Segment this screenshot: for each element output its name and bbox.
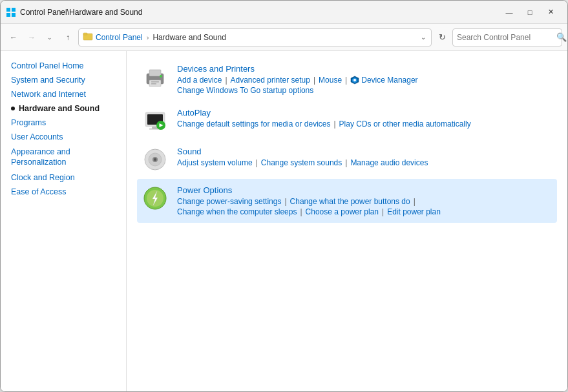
close-button[interactable]: ✕ <box>542 6 560 19</box>
autoplay-icon <box>142 108 168 134</box>
choose-power-plan-link[interactable]: Choose a power plan <box>306 207 379 216</box>
sidebar-item-programs[interactable]: Programs <box>1 116 126 130</box>
devices-icon <box>142 64 168 90</box>
sidebar-item-system[interactable]: System and Security <box>1 73 126 87</box>
manage-audio-link[interactable]: Manage audio devices <box>350 158 428 167</box>
power-title[interactable]: Power Options <box>177 185 232 195</box>
active-bullet <box>11 107 15 110</box>
svg-point-14 <box>353 79 356 81</box>
search-button[interactable]: 🔍 <box>556 32 567 42</box>
address-control-panel[interactable]: Control Panel <box>96 33 143 42</box>
svg-rect-1 <box>12 8 16 12</box>
change-sounds-link[interactable]: Change system sounds <box>261 158 342 167</box>
autoplay-section: AutoPlay Change default settings for med… <box>137 101 557 140</box>
toolbar: ← → ⌄ ↑ Control Panel › Hardware and Sou… <box>1 24 567 51</box>
titlebar-controls: — □ ✕ <box>500 6 560 19</box>
change-default-settings-link[interactable]: Change default settings for media or dev… <box>177 119 330 129</box>
svg-rect-5 <box>83 33 87 35</box>
sound-links-row1: Adjust system volume | Change system sou… <box>177 158 552 167</box>
back-button[interactable]: ← <box>6 30 21 45</box>
sep10: | <box>382 207 384 216</box>
address-folder-icon <box>83 31 93 43</box>
sidebar-hardware-label: Hardware and Sound <box>19 104 100 113</box>
svg-rect-0 <box>6 8 10 12</box>
svg-rect-2 <box>6 13 10 17</box>
power-links-row2: Change when the computer sleeps | Choose… <box>177 207 552 216</box>
adjust-volume-link[interactable]: Adjust system volume <box>177 158 253 167</box>
dropdown-button[interactable]: ⌄ <box>42 30 58 45</box>
search-box: 🔍 <box>452 28 562 46</box>
sidebar-item-clock[interactable]: Clock and Region <box>1 170 126 185</box>
search-input[interactable] <box>457 33 554 42</box>
sidebar-home-label: Control Panel Home <box>11 61 84 70</box>
address-separator-1: › <box>147 34 149 41</box>
sound-content: Sound Adjust system volume | Change syst… <box>177 147 552 169</box>
sidebar-item-ease[interactable]: Ease of Access <box>1 185 126 199</box>
svg-point-24 <box>154 158 156 161</box>
sidebar-appearance-label: Appearance and Personalization <box>11 147 116 168</box>
sound-title[interactable]: Sound <box>177 147 202 156</box>
sep6: | <box>345 158 347 167</box>
devices-content: Devices and Printers Add a device | Adva… <box>177 64 552 95</box>
sidebar-item-hardware: Hardware and Sound <box>1 101 126 116</box>
sound-section: Sound Adjust system volume | Change syst… <box>137 140 557 179</box>
sidebar-clock-label: Clock and Region <box>11 173 75 182</box>
sidebar-system-label: System and Security <box>11 76 85 85</box>
sep4: | <box>333 119 335 129</box>
devices-section: Devices and Printers Add a device | Adva… <box>137 57 557 101</box>
titlebar-title: Control Panel\Hardware and Sound <box>20 8 142 17</box>
device-manager-link[interactable]: Device Manager <box>361 76 417 85</box>
autoplay-content: AutoPlay Change default settings for med… <box>177 108 552 130</box>
sidebar-item-network[interactable]: Network and Internet <box>1 87 126 101</box>
power-content: Power Options Change power-saving settin… <box>177 185 552 216</box>
minimize-button[interactable]: — <box>500 6 518 19</box>
play-cds-link[interactable]: Play CDs or other media automatically <box>339 119 471 129</box>
svg-rect-9 <box>151 81 159 83</box>
window-icon <box>6 7 16 17</box>
svg-rect-3 <box>12 13 16 17</box>
sep2: | <box>313 76 315 85</box>
titlebar: Control Panel\Hardware and Sound — □ ✕ <box>1 1 567 24</box>
content-area: Control Panel Home System and Security N… <box>1 51 567 391</box>
mouse-link[interactable]: Mouse <box>319 76 342 85</box>
svg-point-11 <box>160 75 162 77</box>
advanced-printer-link[interactable]: Advanced printer setup <box>231 76 310 85</box>
sidebar-item-home[interactable]: Control Panel Home <box>1 59 126 73</box>
sep7: | <box>284 197 286 206</box>
sound-icon <box>142 147 168 172</box>
devices-title[interactable]: Devices and Printers <box>177 64 255 74</box>
power-icon <box>142 185 168 211</box>
sep3: | <box>345 76 347 85</box>
sidebar-programs-label: Programs <box>11 118 46 127</box>
sidebar-accounts-label: User Accounts <box>11 132 63 141</box>
power-buttons-link[interactable]: Change what the power buttons do <box>290 197 410 206</box>
maximize-button[interactable]: □ <box>521 6 539 19</box>
sep5: | <box>256 158 258 167</box>
main-panel: Devices and Printers Add a device | Adva… <box>127 51 567 391</box>
svg-rect-7 <box>149 70 161 76</box>
windows-to-go-link[interactable]: Change Windows To Go startup options <box>177 86 313 95</box>
address-bar: Control Panel › Hardware and Sound ⌄ <box>78 28 432 46</box>
main-window: Control Panel\Hardware and Sound — □ ✕ ←… <box>0 0 568 392</box>
devices-links-row2: Change Windows To Go startup options <box>177 86 552 95</box>
autoplay-title[interactable]: AutoPlay <box>177 108 211 118</box>
add-device-link[interactable]: Add a device <box>177 76 222 85</box>
sidebar-network-label: Network and Internet <box>11 90 86 99</box>
sidebar-item-appearance[interactable]: Appearance and Personalization <box>1 144 126 170</box>
power-saving-link[interactable]: Change power-saving settings <box>177 197 281 206</box>
svg-rect-10 <box>151 83 156 85</box>
forward-button[interactable]: → <box>24 30 39 45</box>
sidebar-ease-label: Ease of Access <box>11 187 66 196</box>
computer-sleeps-link[interactable]: Change when the computer sleeps <box>177 207 297 216</box>
address-dropdown-button[interactable]: ⌄ <box>419 34 427 41</box>
devices-links-row1: Add a device | Advanced printer setup | … <box>177 76 552 85</box>
edit-power-plan-link[interactable]: Edit power plan <box>387 207 441 216</box>
up-button[interactable]: ↑ <box>60 30 76 45</box>
refresh-button[interactable]: ↻ <box>434 30 450 45</box>
power-links-row1: Change power-saving settings | Change wh… <box>177 197 552 206</box>
titlebar-left: Control Panel\Hardware and Sound <box>6 7 142 17</box>
sidebar: Control Panel Home System and Security N… <box>1 51 127 391</box>
sep9: | <box>300 207 302 216</box>
autoplay-links-row1: Change default settings for media or dev… <box>177 119 552 129</box>
sidebar-item-accounts[interactable]: User Accounts <box>1 130 126 144</box>
